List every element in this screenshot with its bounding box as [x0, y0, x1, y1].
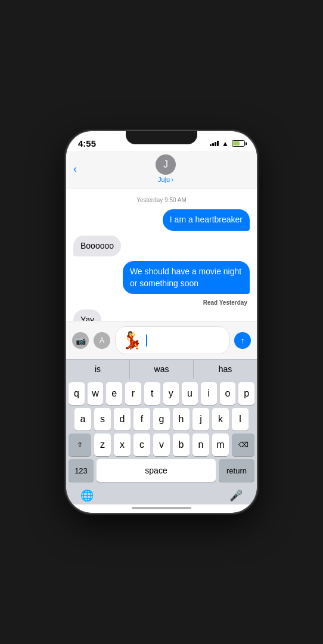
received-bubble: Yay: [73, 309, 101, 321]
key-e[interactable]: e: [106, 382, 122, 405]
signal-bar-4: [217, 141, 219, 146]
signal-bars-icon: [210, 141, 219, 146]
key-s[interactable]: s: [94, 408, 111, 431]
home-indicator: [66, 504, 257, 513]
mic-icon[interactable]: 🎤: [229, 489, 243, 502]
predictive-bar: is was has: [66, 359, 257, 379]
sent-bubble: I am a heartbreaker: [163, 209, 250, 231]
keyboard-row-1: q w e r t y u i o p: [69, 382, 254, 405]
avatar[interactable]: J: [156, 154, 176, 175]
predictive-word-1[interactable]: is: [66, 360, 130, 379]
key-k[interactable]: k: [212, 408, 229, 431]
space-key[interactable]: space: [97, 459, 216, 482]
message-row: Boooooo: [73, 236, 250, 257]
shift-key[interactable]: ⇧: [69, 434, 91, 456]
key-j[interactable]: j: [192, 408, 209, 431]
key-l[interactable]: l: [232, 408, 249, 431]
key-z[interactable]: z: [94, 434, 111, 456]
contact-name[interactable]: Juju ›: [158, 176, 173, 183]
appstore-icon: A: [100, 336, 104, 345]
key-a[interactable]: a: [74, 408, 91, 431]
camera-icon: 📷: [76, 336, 86, 345]
key-r[interactable]: r: [125, 382, 141, 405]
message-row: Yay: [73, 309, 250, 321]
keyboard-row-3: ⇧ z x c v b n m ⌫: [69, 434, 254, 456]
wifi-icon: ▲: [222, 140, 229, 148]
sticker-emoji: 💃: [122, 330, 142, 350]
phone-screen: 4:55 ▲ ‹ J Juju ›: [66, 131, 257, 513]
battery-fill: [233, 141, 240, 145]
key-q[interactable]: q: [69, 382, 85, 405]
text-cursor: [146, 335, 147, 346]
message-row: I am a heartbreaker: [73, 209, 250, 231]
messages-area: Yesterday 9:50 AM I am a heartbreaker Bo…: [66, 188, 257, 321]
key-w[interactable]: w: [88, 382, 104, 405]
key-x[interactable]: x: [114, 434, 131, 456]
back-button[interactable]: ‹: [73, 160, 82, 178]
message-row: We should have a movie night or somethin…: [73, 261, 250, 294]
appstore-button[interactable]: A: [94, 332, 110, 349]
predictive-word-3[interactable]: has: [194, 360, 257, 379]
key-n[interactable]: n: [192, 434, 209, 456]
signal-bar-1: [210, 144, 212, 146]
key-f[interactable]: f: [133, 408, 150, 431]
globe-icon[interactable]: 🌐: [80, 489, 94, 502]
key-m[interactable]: m: [212, 434, 229, 456]
chat-header: ‹ J Juju ›: [66, 151, 257, 188]
status-icons: ▲: [210, 140, 245, 148]
key-t[interactable]: t: [144, 382, 160, 405]
send-button[interactable]: ↑: [234, 332, 251, 349]
key-v[interactable]: v: [153, 434, 170, 456]
key-g[interactable]: g: [153, 408, 170, 431]
key-i[interactable]: i: [201, 382, 217, 405]
signal-bar-2: [212, 143, 214, 146]
input-area: 📷 A 💃 ↑: [66, 321, 257, 359]
received-bubble: Boooooo: [73, 236, 121, 257]
key-d[interactable]: d: [114, 408, 131, 431]
keyboard: q w e r t y u i o p a s d f g h j k l: [66, 379, 257, 487]
key-h[interactable]: h: [173, 408, 190, 431]
key-y[interactable]: y: [163, 382, 179, 405]
timestamp-1: Yesterday 9:50 AM: [73, 197, 250, 203]
read-receipt: Read Yesterday: [73, 299, 247, 306]
return-key[interactable]: return: [219, 459, 254, 482]
key-o[interactable]: o: [220, 382, 236, 405]
key-b[interactable]: b: [173, 434, 190, 456]
message-input[interactable]: 💃: [115, 326, 229, 354]
send-icon: ↑: [241, 336, 245, 345]
key-u[interactable]: u: [182, 382, 198, 405]
sent-bubble: We should have a movie night or somethin…: [123, 261, 250, 294]
camera-button[interactable]: 📷: [72, 332, 89, 349]
bottom-icons-bar: 🌐 🎤: [66, 487, 257, 504]
predictive-word-2[interactable]: was: [130, 360, 194, 379]
key-p[interactable]: p: [238, 382, 254, 405]
notch: [126, 131, 197, 144]
keyboard-row-2: a s d f g h j k l: [69, 408, 254, 431]
status-time: 4:55: [78, 138, 96, 148]
header-center: J Juju ›: [82, 154, 250, 183]
keyboard-row-4: 123 space return: [69, 459, 254, 482]
phone-frame: 4:55 ▲ ‹ J Juju ›: [66, 131, 257, 513]
signal-bar-3: [215, 142, 216, 146]
numbers-key[interactable]: 123: [69, 459, 94, 482]
backspace-key[interactable]: ⌫: [232, 434, 254, 456]
key-c[interactable]: c: [133, 434, 150, 456]
home-bar: [132, 507, 191, 509]
battery-icon: [232, 140, 245, 147]
